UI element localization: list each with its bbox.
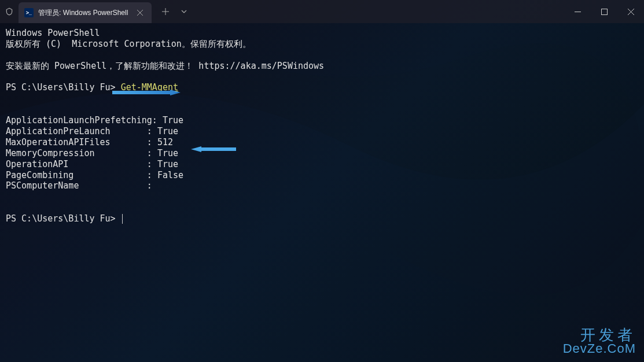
- terminal-window: >_ 管理员: Windows PowerShell: [0, 0, 644, 362]
- prompt-prefix-2: PS C:\Users\Billy Fu>: [6, 213, 121, 224]
- watermark-line2: DevZe.CoM: [563, 342, 636, 355]
- watermark-line1: 开发者: [563, 327, 636, 342]
- close-button[interactable]: [617, 0, 644, 23]
- text-cursor: [122, 214, 123, 224]
- active-tab[interactable]: >_ 管理员: Windows PowerShell: [19, 2, 152, 23]
- new-tab-button[interactable]: [156, 2, 175, 21]
- svg-rect-5: [601, 9, 607, 14]
- command-text: Get-MMAgent: [121, 82, 178, 93]
- tab-title: 管理员: Windows PowerShell: [38, 8, 128, 18]
- shield-icon: [0, 8, 19, 16]
- tab-dropdown-button[interactable]: [175, 2, 193, 21]
- output-block: ApplicationLaunchPrefetching: True Appli…: [6, 115, 183, 191]
- terminal-output[interactable]: Windows PowerShell 版权所有 (C) Microsoft Co…: [0, 23, 644, 362]
- watermark: 开发者 DevZe.CoM: [563, 327, 636, 355]
- ps-header-line1: Windows PowerShell: [6, 28, 100, 38]
- powershell-icon: >_: [24, 8, 34, 17]
- minimize-button[interactable]: [564, 0, 591, 23]
- arrow-annotation-memcompression: [191, 146, 236, 153]
- ps-install-line: 安装最新的 PowerShell，了解新功能和改进！ https://aka.m…: [6, 61, 324, 71]
- window-controls: [564, 0, 644, 23]
- maximize-button[interactable]: [591, 0, 617, 23]
- prompt-prefix-1: PS C:\Users\Billy Fu>: [6, 82, 121, 93]
- svg-marker-9: [191, 146, 236, 152]
- tab-close-button[interactable]: [134, 7, 146, 19]
- titlebar: >_ 管理员: Windows PowerShell: [0, 0, 644, 23]
- ps-header-line2: 版权所有 (C) Microsoft Corporation。保留所有权利。: [6, 39, 251, 49]
